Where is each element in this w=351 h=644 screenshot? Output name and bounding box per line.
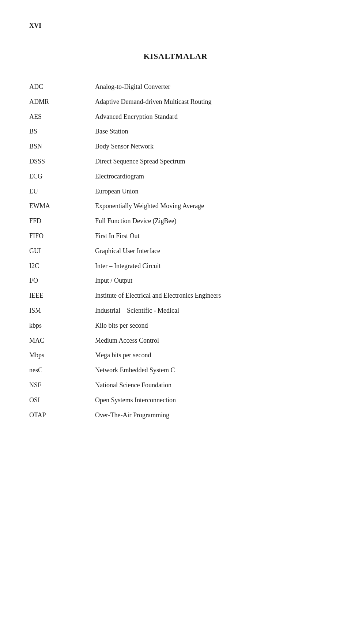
abbreviation-definition: Analog-to-Digital Converter [95, 79, 322, 94]
abbreviation-definition: Mega bits per second [95, 348, 322, 363]
abbreviation-definition: Institute of Electrical and Electronics … [95, 288, 322, 303]
abbreviation-term: kbps [29, 318, 95, 333]
abbreviation-definition: Exponentially Weighted Moving Average [95, 199, 322, 214]
abbreviation-term: MAC [29, 333, 95, 348]
abbreviation-term: AES [29, 109, 95, 124]
abbreviation-row: FIFOFirst In First Out [29, 229, 322, 244]
abbreviation-term: BSN [29, 139, 95, 154]
abbreviation-definition: European Union [95, 184, 322, 199]
abbreviation-row: I2CInter – Integrated Circuit [29, 259, 322, 274]
abbreviation-definition: Open Systems Interconnection [95, 393, 322, 408]
abbreviation-definition: Body Sensor Network [95, 139, 322, 154]
abbreviation-term: GUI [29, 244, 95, 259]
abbreviation-term: ADC [29, 79, 95, 94]
abbreviation-definition: Adaptive Demand-driven Multicast Routing [95, 94, 322, 109]
abbreviation-row: MACMedium Access Control [29, 333, 322, 348]
page-number: XVI [29, 22, 322, 30]
abbreviation-term: Mbps [29, 348, 95, 363]
abbreviation-term: nesC [29, 363, 95, 378]
abbreviation-term: OTAP [29, 408, 95, 423]
abbreviation-row: kbpsKilo bits per second [29, 318, 322, 333]
abbreviation-row: GUIGraphical User Interface [29, 244, 322, 259]
abbreviation-term: BS [29, 124, 95, 139]
abbreviation-row: I/OInput / Output [29, 273, 322, 288]
abbreviation-term: EU [29, 184, 95, 199]
abbreviation-row: ECGElectrocardiogram [29, 169, 322, 184]
abbreviation-term: ADMR [29, 94, 95, 109]
abbreviation-definition: Advanced Encryption Standard [95, 109, 322, 124]
abbreviation-definition: Over-The-Air Programming [95, 408, 322, 423]
abbreviation-row: MbpsMega bits per second [29, 348, 322, 363]
abbreviation-term: IEEE [29, 288, 95, 303]
abbreviation-row: OSIOpen Systems Interconnection [29, 393, 322, 408]
abbreviation-definition: Medium Access Control [95, 333, 322, 348]
abbreviation-definition: Inter – Integrated Circuit [95, 259, 322, 274]
abbreviation-term: FFD [29, 214, 95, 229]
abbreviation-row: FFDFull Function Device (ZigBee) [29, 214, 322, 229]
abbreviation-term: FIFO [29, 229, 95, 244]
abbreviation-row: EUEuropean Union [29, 184, 322, 199]
abbreviation-term: ISM [29, 303, 95, 318]
abbreviation-term: DSSS [29, 154, 95, 169]
abbreviation-row: EWMAExponentially Weighted Moving Averag… [29, 199, 322, 214]
abbreviation-row: AESAdvanced Encryption Standard [29, 109, 322, 124]
abbreviation-definition: Full Function Device (ZigBee) [95, 214, 322, 229]
page-title: KISALTMALAR [29, 52, 322, 61]
abbreviation-definition: First In First Out [95, 229, 322, 244]
abbreviation-row: ADMRAdaptive Demand-driven Multicast Rou… [29, 94, 322, 109]
abbreviation-term: ECG [29, 169, 95, 184]
abbreviation-definition: National Science Foundation [95, 378, 322, 393]
abbreviation-row: nesCNetwork Embedded System C [29, 363, 322, 378]
abbreviation-row: BSNBody Sensor Network [29, 139, 322, 154]
abbreviation-row: ISMIndustrial – Scientific - Medical [29, 303, 322, 318]
abbreviation-definition: Base Station [95, 124, 322, 139]
abbreviation-row: ADCAnalog-to-Digital Converter [29, 79, 322, 94]
abbreviation-definition: Input / Output [95, 273, 322, 288]
abbreviation-row: BSBase Station [29, 124, 322, 139]
abbreviation-term: I2C [29, 259, 95, 274]
abbreviation-definition: Graphical User Interface [95, 244, 322, 259]
abbreviation-definition: Electrocardiogram [95, 169, 322, 184]
abbreviations-table: ADCAnalog-to-Digital ConverterADMRAdapti… [29, 79, 322, 422]
abbreviation-definition: Network Embedded System C [95, 363, 322, 378]
abbreviation-row: DSSSDirect Sequence Spread Spectrum [29, 154, 322, 169]
abbreviation-term: NSF [29, 378, 95, 393]
abbreviation-definition: Kilo bits per second [95, 318, 322, 333]
abbreviation-row: OTAPOver-The-Air Programming [29, 408, 322, 423]
abbreviation-term: I/O [29, 273, 95, 288]
abbreviation-row: IEEEInstitute of Electrical and Electron… [29, 288, 322, 303]
abbreviation-term: OSI [29, 393, 95, 408]
abbreviation-definition: Direct Sequence Spread Spectrum [95, 154, 322, 169]
abbreviation-row: NSFNational Science Foundation [29, 378, 322, 393]
abbreviation-definition: Industrial – Scientific - Medical [95, 303, 322, 318]
abbreviation-term: EWMA [29, 199, 95, 214]
